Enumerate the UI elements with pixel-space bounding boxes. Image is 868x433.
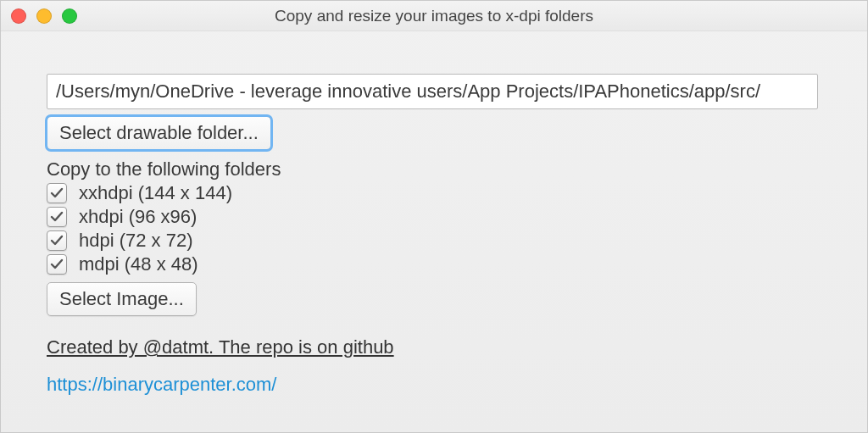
credit-text: Created by @datmt. The repo is on github: [47, 336, 821, 358]
path-input[interactable]: [47, 74, 818, 109]
minimize-icon[interactable]: [36, 8, 52, 24]
website-link[interactable]: https://binarycarpenter.com/: [47, 374, 821, 396]
checkbox-xhdpi[interactable]: [47, 207, 67, 227]
checkbox-hdpi[interactable]: [47, 230, 67, 251]
check-icon: [50, 186, 64, 200]
select-folder-button[interactable]: Select drawable folder...: [47, 116, 271, 150]
folder-option-label: xhdpi (96 x96): [79, 206, 197, 228]
copy-folders-label: Copy to the following folders: [47, 158, 821, 180]
folder-option-row: mdpi (48 x 48): [47, 253, 821, 275]
check-icon: [50, 258, 64, 271]
app-window: Copy and resize your images to x-dpi fol…: [0, 0, 868, 433]
folder-option-row: xhdpi (96 x96): [47, 206, 821, 228]
folder-option-row: xxhdpi (144 x 144): [47, 182, 821, 204]
check-icon: [50, 234, 64, 247]
check-icon: [50, 210, 64, 224]
window-title: Copy and resize your images to x-dpi fol…: [0, 7, 868, 25]
content-area: Select drawable folder... Copy to the fo…: [1, 31, 867, 413]
window-controls: [11, 8, 77, 24]
folder-option-label: xxhdpi (144 x 144): [79, 182, 232, 204]
titlebar: Copy and resize your images to x-dpi fol…: [1, 1, 867, 31]
checkbox-xxhdpi[interactable]: [47, 183, 67, 203]
folder-option-label: hdpi (72 x 72): [79, 230, 193, 252]
zoom-icon[interactable]: [62, 8, 77, 24]
close-icon[interactable]: [11, 8, 26, 24]
select-image-button[interactable]: Select Image...: [47, 282, 197, 316]
folder-option-row: hdpi (72 x 72): [47, 230, 821, 252]
folder-option-label: mdpi (48 x 48): [79, 253, 198, 275]
checkbox-mdpi[interactable]: [47, 254, 67, 275]
